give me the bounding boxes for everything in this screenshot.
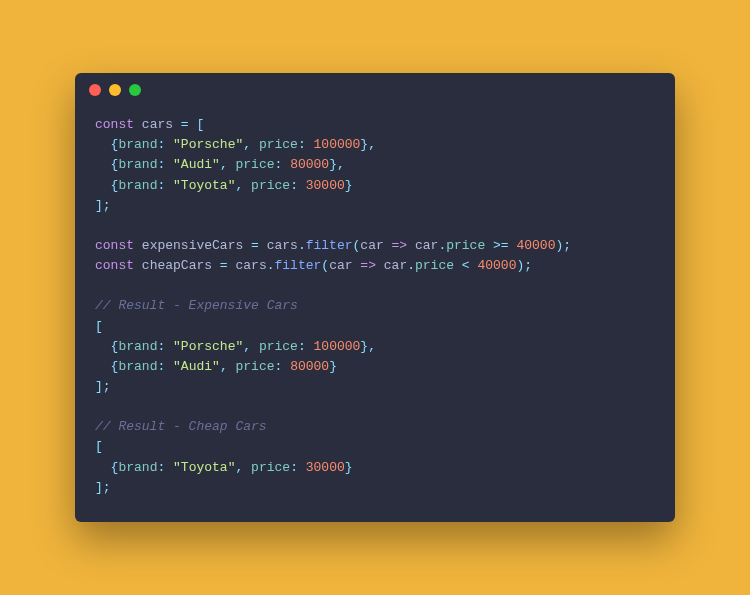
colon: : bbox=[157, 137, 165, 152]
punct: [ bbox=[95, 319, 103, 334]
string: "Audi" bbox=[173, 157, 220, 172]
punct: }, bbox=[360, 137, 376, 152]
code-block: const cars = [ {brand: "Porsche", price:… bbox=[75, 107, 675, 522]
code-line: ]; bbox=[95, 379, 111, 394]
colon: : bbox=[290, 178, 298, 193]
function: filter bbox=[275, 258, 322, 273]
punct: }, bbox=[360, 339, 376, 354]
punct: } bbox=[329, 359, 337, 374]
code-line: {brand: "Porsche", price: 100000}, bbox=[111, 137, 376, 152]
colon: : bbox=[157, 460, 165, 475]
paren: ); bbox=[516, 258, 532, 273]
code-line: {brand: "Toyota", price: 30000} bbox=[111, 178, 353, 193]
punct: ]; bbox=[95, 480, 111, 495]
string: "Porsche" bbox=[173, 137, 243, 152]
operator: = bbox=[251, 238, 259, 253]
property: price bbox=[251, 178, 290, 193]
code-line: {brand: "Audi", price: 80000} bbox=[111, 359, 337, 374]
paren: ( bbox=[321, 258, 329, 273]
param: car bbox=[360, 238, 383, 253]
code-line: {brand: "Porsche", price: 100000}, bbox=[111, 339, 376, 354]
identifier: car bbox=[384, 258, 407, 273]
keyword: const bbox=[95, 238, 134, 253]
close-icon[interactable] bbox=[89, 84, 101, 96]
identifier: cars bbox=[235, 258, 266, 273]
operator: >= bbox=[493, 238, 509, 253]
code-line: const cars = [ bbox=[95, 117, 204, 132]
colon: : bbox=[275, 359, 283, 374]
code-line: [ bbox=[95, 439, 103, 454]
colon: : bbox=[157, 157, 165, 172]
colon: : bbox=[157, 178, 165, 193]
property: price bbox=[259, 339, 298, 354]
colon: : bbox=[157, 359, 165, 374]
property: price bbox=[251, 460, 290, 475]
identifier: cheapCars bbox=[142, 258, 212, 273]
colon: : bbox=[290, 460, 298, 475]
punct: [ bbox=[95, 439, 103, 454]
punct: ]; bbox=[95, 379, 111, 394]
operator: = bbox=[181, 117, 189, 132]
property: brand bbox=[118, 339, 157, 354]
code-line: ]; bbox=[95, 480, 111, 495]
punct: } bbox=[345, 178, 353, 193]
comma: , bbox=[220, 157, 228, 172]
code-line: ]; bbox=[95, 198, 111, 213]
comma: , bbox=[243, 137, 251, 152]
property: brand bbox=[118, 359, 157, 374]
code-line: const expensiveCars = cars.filter(car =>… bbox=[95, 238, 571, 253]
number: 100000 bbox=[314, 339, 361, 354]
comma: , bbox=[235, 178, 243, 193]
code-window: const cars = [ {brand: "Porsche", price:… bbox=[75, 73, 675, 522]
string: "Audi" bbox=[173, 359, 220, 374]
zoom-icon[interactable] bbox=[129, 84, 141, 96]
number: 40000 bbox=[477, 258, 516, 273]
property: brand bbox=[118, 157, 157, 172]
code-line: {brand: "Audi", price: 80000}, bbox=[111, 157, 345, 172]
paren: ); bbox=[555, 238, 571, 253]
dot: . bbox=[298, 238, 306, 253]
property: price bbox=[236, 157, 275, 172]
number: 80000 bbox=[290, 157, 329, 172]
comma: , bbox=[220, 359, 228, 374]
arrow: => bbox=[360, 258, 376, 273]
param: car bbox=[329, 258, 352, 273]
function: filter bbox=[306, 238, 353, 253]
identifier: cars bbox=[267, 238, 298, 253]
colon: : bbox=[298, 137, 306, 152]
property: price bbox=[259, 137, 298, 152]
identifier: cars bbox=[142, 117, 173, 132]
colon: : bbox=[157, 339, 165, 354]
string: "Toyota" bbox=[173, 178, 235, 193]
code-line: const cheapCars = cars.filter(car => car… bbox=[95, 258, 532, 273]
number: 100000 bbox=[314, 137, 361, 152]
operator: = bbox=[220, 258, 228, 273]
identifier: car bbox=[415, 238, 438, 253]
property: brand bbox=[118, 460, 157, 475]
code-line: {brand: "Toyota", price: 30000} bbox=[111, 460, 353, 475]
property: price bbox=[415, 258, 454, 273]
keyword: const bbox=[95, 117, 134, 132]
operator: < bbox=[462, 258, 470, 273]
number: 80000 bbox=[290, 359, 329, 374]
punct: }, bbox=[329, 157, 345, 172]
code-line: [ bbox=[95, 319, 103, 334]
comma: , bbox=[243, 339, 251, 354]
dot: . bbox=[267, 258, 275, 273]
titlebar bbox=[75, 73, 675, 107]
comment: // Result - Cheap Cars bbox=[95, 419, 267, 434]
keyword: const bbox=[95, 258, 134, 273]
minimize-icon[interactable] bbox=[109, 84, 121, 96]
property: brand bbox=[118, 178, 157, 193]
number: 40000 bbox=[516, 238, 555, 253]
code-line: // Result - Cheap Cars bbox=[95, 419, 267, 434]
punct: } bbox=[345, 460, 353, 475]
comma: , bbox=[235, 460, 243, 475]
punct: ]; bbox=[95, 198, 111, 213]
number: 30000 bbox=[306, 460, 345, 475]
property: price bbox=[446, 238, 485, 253]
identifier: expensiveCars bbox=[142, 238, 243, 253]
number: 30000 bbox=[306, 178, 345, 193]
arrow: => bbox=[392, 238, 408, 253]
string: "Toyota" bbox=[173, 460, 235, 475]
